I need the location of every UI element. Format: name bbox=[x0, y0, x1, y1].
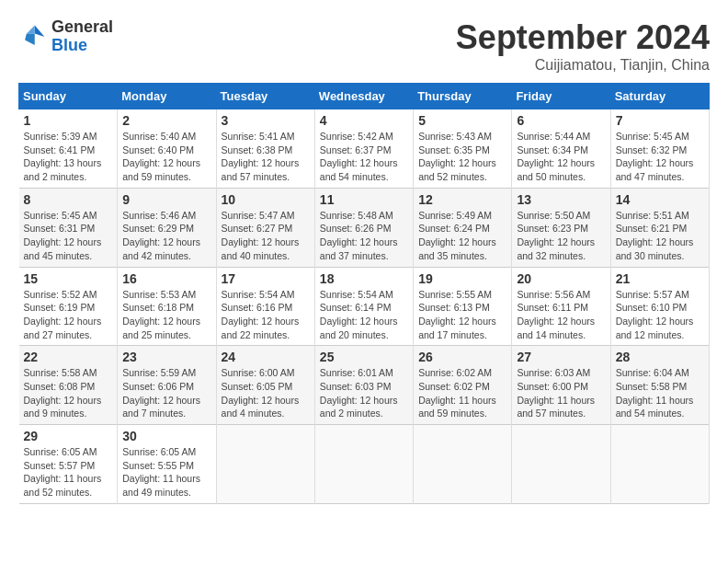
day-number: 26 bbox=[418, 350, 506, 364]
calendar-week-row: 8Sunrise: 5:45 AMSunset: 6:31 PMDaylight… bbox=[19, 188, 710, 267]
calendar-cell: 25Sunrise: 6:01 AMSunset: 6:03 PMDayligh… bbox=[314, 346, 413, 425]
day-number: 14 bbox=[616, 192, 704, 207]
day-info: Sunrise: 5:53 AMSunset: 6:18 PMDaylight:… bbox=[122, 288, 210, 342]
day-number: 13 bbox=[517, 192, 605, 207]
calendar-cell bbox=[610, 425, 709, 504]
calendar-cell: 29Sunrise: 6:05 AMSunset: 5:57 PMDayligh… bbox=[19, 425, 118, 504]
calendar-cell: 16Sunrise: 5:53 AMSunset: 6:18 PMDayligh… bbox=[118, 267, 216, 346]
calendar-week-row: 1Sunrise: 5:39 AMSunset: 6:41 PMDaylight… bbox=[19, 109, 710, 189]
day-number: 12 bbox=[418, 192, 506, 207]
weekday-header: Saturday bbox=[610, 84, 709, 109]
day-info: Sunrise: 6:00 AMSunset: 6:05 PMDaylight:… bbox=[222, 366, 310, 420]
day-info: Sunrise: 5:42 AMSunset: 6:37 PMDaylight:… bbox=[320, 130, 408, 184]
calendar-cell bbox=[314, 425, 413, 504]
calendar-cell: 13Sunrise: 5:50 AMSunset: 6:23 PMDayligh… bbox=[512, 188, 610, 267]
calendar-week-row: 15Sunrise: 5:52 AMSunset: 6:19 PMDayligh… bbox=[19, 267, 710, 346]
calendar-week-row: 22Sunrise: 5:58 AMSunset: 6:08 PMDayligh… bbox=[19, 346, 710, 425]
day-number: 21 bbox=[616, 271, 704, 286]
weekday-header: Thursday bbox=[414, 84, 512, 109]
day-number: 25 bbox=[320, 350, 408, 364]
weekday-header: Wednesday bbox=[314, 84, 413, 109]
weekday-header-row: SundayMondayTuesdayWednesdayThursdayFrid… bbox=[19, 84, 710, 109]
day-number: 22 bbox=[24, 350, 113, 364]
weekday-header: Sunday bbox=[19, 84, 118, 109]
calendar-cell: 23Sunrise: 5:59 AMSunset: 6:06 PMDayligh… bbox=[118, 346, 216, 425]
day-info: Sunrise: 6:04 AMSunset: 5:58 PMDaylight:… bbox=[616, 366, 704, 420]
day-number: 27 bbox=[517, 350, 605, 364]
day-info: Sunrise: 5:41 AMSunset: 6:38 PMDaylight:… bbox=[222, 130, 310, 184]
day-info: Sunrise: 5:55 AMSunset: 6:13 PMDaylight:… bbox=[418, 288, 506, 342]
calendar-cell: 2Sunrise: 5:40 AMSunset: 6:40 PMDaylight… bbox=[118, 109, 216, 189]
day-number: 19 bbox=[418, 271, 506, 286]
month-title: September 2024 bbox=[456, 18, 710, 57]
calendar-cell: 27Sunrise: 6:03 AMSunset: 6:00 PMDayligh… bbox=[512, 346, 610, 425]
day-number: 24 bbox=[222, 350, 310, 364]
day-info: Sunrise: 5:56 AMSunset: 6:11 PMDaylight:… bbox=[517, 288, 605, 342]
day-number: 15 bbox=[24, 271, 113, 286]
calendar-cell: 28Sunrise: 6:04 AMSunset: 5:58 PMDayligh… bbox=[610, 346, 709, 425]
day-info: Sunrise: 5:39 AMSunset: 6:41 PMDaylight:… bbox=[24, 130, 113, 184]
calendar-cell: 20Sunrise: 5:56 AMSunset: 6:11 PMDayligh… bbox=[512, 267, 610, 346]
calendar-table: SundayMondayTuesdayWednesdayThursdayFrid… bbox=[18, 83, 710, 504]
calendar-cell: 9Sunrise: 5:46 AMSunset: 6:29 PMDaylight… bbox=[118, 188, 216, 267]
calendar-cell: 10Sunrise: 5:47 AMSunset: 6:27 PMDayligh… bbox=[216, 188, 314, 267]
calendar-week-row: 29Sunrise: 6:05 AMSunset: 5:57 PMDayligh… bbox=[19, 425, 710, 504]
day-info: Sunrise: 5:54 AMSunset: 6:14 PMDaylight:… bbox=[320, 288, 408, 342]
weekday-header: Friday bbox=[512, 84, 610, 109]
day-info: Sunrise: 5:52 AMSunset: 6:19 PMDaylight:… bbox=[24, 288, 113, 342]
calendar-cell: 24Sunrise: 6:00 AMSunset: 6:05 PMDayligh… bbox=[216, 346, 314, 425]
day-number: 17 bbox=[222, 271, 310, 286]
calendar-cell bbox=[414, 425, 512, 504]
day-info: Sunrise: 5:57 AMSunset: 6:10 PMDaylight:… bbox=[616, 288, 704, 342]
day-info: Sunrise: 6:02 AMSunset: 6:02 PMDaylight:… bbox=[418, 366, 506, 420]
weekday-header: Tuesday bbox=[216, 84, 314, 109]
day-info: Sunrise: 6:05 AMSunset: 5:57 PMDaylight:… bbox=[24, 445, 113, 500]
day-number: 3 bbox=[222, 113, 310, 128]
weekday-header: Monday bbox=[118, 84, 216, 109]
logo-icon bbox=[18, 22, 48, 52]
calendar-cell: 22Sunrise: 5:58 AMSunset: 6:08 PMDayligh… bbox=[19, 346, 118, 425]
day-info: Sunrise: 5:49 AMSunset: 6:24 PMDaylight:… bbox=[418, 209, 506, 263]
calendar-cell bbox=[512, 425, 610, 504]
calendar-cell: 6Sunrise: 5:44 AMSunset: 6:34 PMDaylight… bbox=[512, 109, 610, 189]
svg-marker-0 bbox=[35, 25, 45, 36]
day-info: Sunrise: 5:59 AMSunset: 6:06 PMDaylight:… bbox=[122, 366, 210, 420]
day-number: 29 bbox=[24, 429, 113, 443]
location: Cuijiamatou, Tianjin, China bbox=[456, 57, 710, 74]
calendar-cell: 15Sunrise: 5:52 AMSunset: 6:19 PMDayligh… bbox=[19, 267, 118, 346]
calendar-cell: 21Sunrise: 5:57 AMSunset: 6:10 PMDayligh… bbox=[610, 267, 709, 346]
svg-marker-1 bbox=[27, 25, 35, 33]
day-number: 7 bbox=[616, 113, 704, 128]
calendar-cell: 26Sunrise: 6:02 AMSunset: 6:02 PMDayligh… bbox=[414, 346, 512, 425]
day-number: 8 bbox=[24, 192, 113, 207]
day-info: Sunrise: 5:47 AMSunset: 6:27 PMDaylight:… bbox=[222, 209, 310, 263]
day-info: Sunrise: 6:03 AMSunset: 6:00 PMDaylight:… bbox=[517, 366, 605, 420]
calendar-cell: 30Sunrise: 6:05 AMSunset: 5:55 PMDayligh… bbox=[118, 425, 216, 504]
day-number: 23 bbox=[122, 350, 210, 364]
calendar-cell: 11Sunrise: 5:48 AMSunset: 6:26 PMDayligh… bbox=[314, 188, 413, 267]
day-number: 9 bbox=[122, 192, 210, 207]
calendar-cell: 17Sunrise: 5:54 AMSunset: 6:16 PMDayligh… bbox=[216, 267, 314, 346]
title-area: September 2024 Cuijiamatou, Tianjin, Chi… bbox=[456, 18, 710, 74]
day-info: Sunrise: 6:05 AMSunset: 5:55 PMDaylight:… bbox=[122, 445, 210, 500]
calendar-cell: 3Sunrise: 5:41 AMSunset: 6:38 PMDaylight… bbox=[216, 109, 314, 189]
day-number: 28 bbox=[616, 350, 704, 364]
day-number: 6 bbox=[517, 113, 605, 128]
day-info: Sunrise: 5:44 AMSunset: 6:34 PMDaylight:… bbox=[517, 130, 605, 184]
calendar-cell: 4Sunrise: 5:42 AMSunset: 6:37 PMDaylight… bbox=[314, 109, 413, 189]
calendar-cell: 18Sunrise: 5:54 AMSunset: 6:14 PMDayligh… bbox=[314, 267, 413, 346]
day-number: 11 bbox=[320, 192, 408, 207]
day-info: Sunrise: 5:48 AMSunset: 6:26 PMDaylight:… bbox=[320, 209, 408, 263]
calendar-cell: 19Sunrise: 5:55 AMSunset: 6:13 PMDayligh… bbox=[414, 267, 512, 346]
day-info: Sunrise: 5:50 AMSunset: 6:23 PMDaylight:… bbox=[517, 209, 605, 263]
calendar-cell: 7Sunrise: 5:45 AMSunset: 6:32 PMDaylight… bbox=[610, 109, 709, 189]
day-number: 2 bbox=[122, 113, 210, 128]
day-info: Sunrise: 5:46 AMSunset: 6:29 PMDaylight:… bbox=[122, 209, 210, 263]
day-number: 20 bbox=[517, 271, 605, 286]
day-info: Sunrise: 5:51 AMSunset: 6:21 PMDaylight:… bbox=[616, 209, 704, 263]
calendar-cell bbox=[216, 425, 314, 504]
day-number: 10 bbox=[222, 192, 310, 207]
calendar-cell: 8Sunrise: 5:45 AMSunset: 6:31 PMDaylight… bbox=[19, 188, 118, 267]
day-info: Sunrise: 5:58 AMSunset: 6:08 PMDaylight:… bbox=[24, 366, 113, 420]
logo-text: GeneralBlue bbox=[51, 18, 113, 55]
